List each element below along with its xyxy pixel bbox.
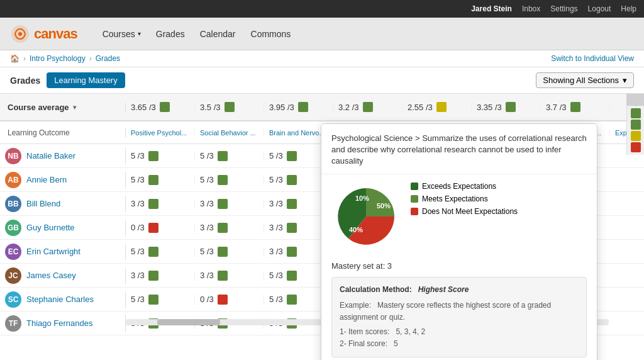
score-indicator <box>148 247 158 257</box>
score-indicator <box>218 271 228 281</box>
strip-red <box>631 142 641 152</box>
avatar: TF <box>5 315 21 332</box>
student-name-cell: SCStephanie Charles <box>0 291 126 308</box>
nav-commons[interactable]: Commons <box>251 26 291 42</box>
svg-point-1 <box>18 32 22 36</box>
student-name[interactable]: James Casey <box>26 271 76 280</box>
avatar: EC <box>5 244 21 260</box>
breadcrumb-section[interactable]: Grades <box>96 54 120 63</box>
nav-courses[interactable]: Courses ▾ <box>103 26 141 42</box>
chevron-down-icon: ▾ <box>623 76 627 85</box>
home-icon[interactable]: 🏠 <box>10 54 19 63</box>
score-indicator <box>148 271 158 281</box>
score-cell: 5 /3 <box>195 151 264 161</box>
score-cell: 5 /3 <box>126 151 195 161</box>
legend-meets-icon <box>411 195 418 203</box>
nav-calendar[interactable]: Calendar <box>200 26 236 42</box>
tooltip-body: 50% 40% 10% Exceeds Expectations Meets E… <box>321 174 597 259</box>
score-cell: 5 /3 <box>126 295 195 305</box>
student-name-cell: TFThiago Fernandes <box>0 315 126 332</box>
score-indicator <box>225 102 235 112</box>
student-name[interactable]: Natalie Baker <box>26 151 75 160</box>
score-indicator <box>218 247 228 257</box>
calculation-box: Calculation Method: Highest Score Exampl… <box>331 277 587 357</box>
score-indicator <box>218 223 228 233</box>
student-name[interactable]: Stephanie Charles <box>26 295 94 304</box>
legend-meets: Meets Expectations <box>411 194 518 203</box>
mastery-set: Mastery set at: 3 <box>321 259 597 277</box>
student-name[interactable]: Guy Burnette <box>26 223 75 232</box>
avg-score-0: 3.65 /3 <box>126 102 195 112</box>
score-cell: 3 /3 <box>126 271 195 281</box>
legend-exceeds: Exceeds Expectations <box>411 182 518 191</box>
switch-to-individual-view[interactable]: Switch to Individual View <box>551 54 634 63</box>
strip-green2 <box>631 120 641 130</box>
score-indicator <box>570 102 580 112</box>
avatar: NB <box>5 148 21 164</box>
student-name[interactable]: Erin Cartwright <box>26 247 80 256</box>
grades-toolbar: Grades Learning Mastery Showing All Sect… <box>0 67 644 94</box>
student-name[interactable]: Bill Blend <box>26 199 60 208</box>
course-average-row: Course average ▾ 3.65 /3 3.5 /3 3.95 /3 … <box>0 94 644 121</box>
pie-chart: 50% 40% 10% <box>331 182 401 251</box>
logo[interactable]: canvas <box>10 24 77 44</box>
student-name[interactable]: Annie Bern <box>26 175 67 184</box>
inbox-link[interactable]: Inbox <box>522 4 540 13</box>
avg-score-3: 3.2 /3 <box>333 102 402 112</box>
tooltip-popup: Psychological Science > Summarize the us… <box>321 123 597 360</box>
student-name-cell: ECErin Cartwright <box>0 244 126 260</box>
score-indicator <box>218 295 228 305</box>
canvas-logo-icon <box>10 24 30 44</box>
score-indicator <box>287 199 297 209</box>
grades-label: Grades <box>10 76 40 86</box>
score-indicator <box>506 102 516 112</box>
name-column-header: Learning Outcome <box>0 128 126 137</box>
score-indicator <box>148 295 158 305</box>
col-header-1[interactable]: Social Behavior ... <box>195 129 264 137</box>
nav-grades[interactable]: Grades <box>156 26 185 42</box>
settings-link[interactable]: Settings <box>550 4 577 13</box>
score-cell: 5 /3 <box>126 247 195 257</box>
learning-mastery-button[interactable]: Learning Mastery <box>47 72 125 88</box>
svg-text:50%: 50% <box>377 202 391 210</box>
legend: Exceeds Expectations Meets Expectations … <box>411 182 518 216</box>
breadcrumb-course[interactable]: Intro Psychology <box>30 54 86 63</box>
score-indicator <box>160 102 170 112</box>
score-indicator <box>436 102 447 112</box>
score-cell: 5 /3 <box>126 175 195 185</box>
logout-link[interactable]: Logout <box>588 4 611 13</box>
score-cell: 3 /3 <box>195 223 264 233</box>
nav-bar: canvas Courses ▾ Grades Calendar Commons <box>0 18 644 50</box>
avg-score-6: 3.7 /3 <box>541 102 610 112</box>
score-indicator <box>287 247 297 257</box>
strip-green <box>631 108 641 118</box>
avg-score-2: 3.95 /3 <box>264 102 333 112</box>
student-name-cell: NBNatalie Baker <box>0 148 126 164</box>
legend-not-meets: Does Not Meet Expectations <box>411 207 518 216</box>
avg-score-1: 3.5 /3 <box>195 102 264 112</box>
scrollbar-thumb[interactable] <box>157 319 220 325</box>
chevron-down-icon[interactable]: ▾ <box>73 104 76 111</box>
sections-dropdown[interactable]: Showing All Sections ▾ <box>536 72 634 88</box>
student-name-cell: GBGuy Burnette <box>0 220 126 236</box>
score-indicator <box>287 175 297 185</box>
student-name-cell: BBBill Blend <box>0 196 126 212</box>
score-indicator <box>363 102 373 112</box>
chevron-down-icon: ▾ <box>138 30 141 37</box>
score-indicator <box>148 151 158 161</box>
username: Jared Stein <box>471 4 512 13</box>
strip-yellow <box>631 131 641 141</box>
course-average-label: Course average <box>8 103 69 112</box>
col-header-0[interactable]: Positive Psychol... <box>126 129 195 137</box>
score-indicator <box>148 175 158 185</box>
score-indicator <box>218 175 228 185</box>
avg-score-5: 3.35 /3 <box>472 102 541 112</box>
help-link[interactable]: Help <box>621 4 636 13</box>
tooltip-title: Psychological Science > Summarize the us… <box>321 124 597 174</box>
avatar: SC <box>5 291 21 308</box>
svg-text:10%: 10% <box>355 194 369 202</box>
avatar: JC <box>5 267 21 284</box>
legend-not-meets-icon <box>411 208 418 215</box>
score-cell: 0 /3 <box>195 295 264 305</box>
student-name[interactable]: Thiago Fernandes <box>26 318 93 328</box>
